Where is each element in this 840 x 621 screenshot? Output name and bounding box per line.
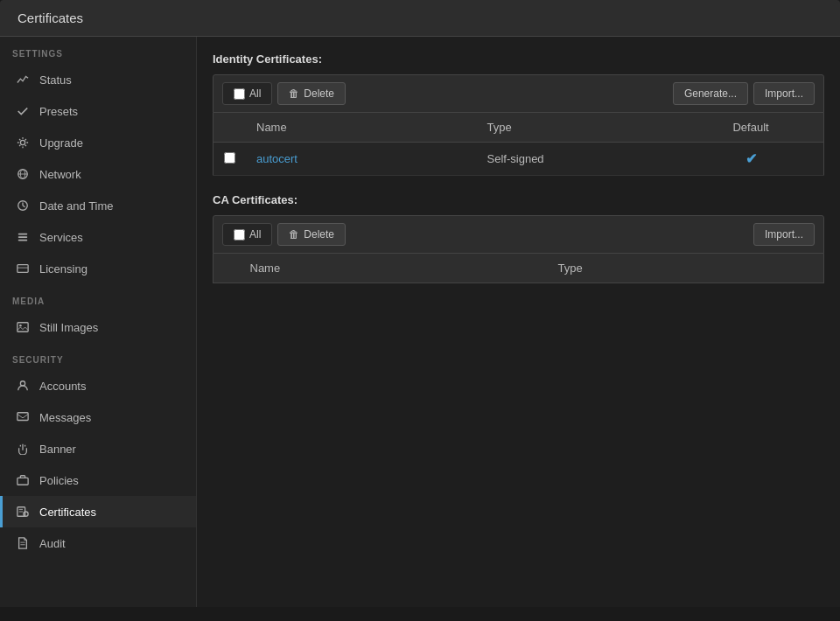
message-icon xyxy=(15,409,31,425)
ca-trash-icon: 🗑 xyxy=(289,228,299,241)
ca-import-label: Import... xyxy=(765,228,803,241)
identity-col-type: Type xyxy=(477,113,679,143)
identity-import-label: Import... xyxy=(765,87,803,100)
identity-delete-label: Delete xyxy=(304,87,334,100)
ca-delete-button[interactable]: 🗑 Delete xyxy=(277,223,346,246)
ca-certs-toolbar: All 🗑 Delete Import... xyxy=(213,215,824,254)
identity-col-check xyxy=(214,113,247,143)
sidebar-label-presets: Presets xyxy=(39,105,78,118)
ca-table-header-row: Name Type xyxy=(214,254,824,283)
sidebar-item-licensing[interactable]: Licensing xyxy=(0,253,196,284)
svg-point-0 xyxy=(20,140,24,144)
main-content: Identity Certificates: All 🗑 Delete Gene… xyxy=(197,37,840,607)
svg-rect-15 xyxy=(18,413,28,421)
sidebar-label-network: Network xyxy=(39,168,81,181)
identity-certs-title: Identity Certificates: xyxy=(213,52,824,66)
ca-all-button[interactable]: All xyxy=(222,223,272,246)
default-checkmark: ✔ xyxy=(746,151,757,166)
briefcase-icon xyxy=(15,472,31,488)
ca-import-button[interactable]: Import... xyxy=(753,223,815,246)
sidebar-section-security: SECURITY xyxy=(0,343,196,370)
identity-row-checkbox[interactable] xyxy=(224,152,235,164)
svg-rect-7 xyxy=(18,234,28,235)
sidebar-label-messages: Messages xyxy=(39,411,91,424)
ca-col-type: Type xyxy=(547,254,823,283)
sidebar-item-policies[interactable]: Policies xyxy=(0,464,196,496)
ca-certs-title: CA Certificates: xyxy=(213,193,824,206)
ca-col-name: Name xyxy=(240,254,548,283)
check-icon xyxy=(15,103,31,119)
svg-point-13 xyxy=(19,324,22,327)
identity-row-name: autocert xyxy=(246,143,477,176)
sidebar-item-upgrade[interactable]: Upgrade xyxy=(0,127,196,158)
doc-icon xyxy=(15,535,31,551)
ca-all-checkbox[interactable] xyxy=(234,229,245,241)
identity-import-button[interactable]: Import... xyxy=(753,82,815,105)
identity-generate-label: Generate... xyxy=(684,87,737,100)
globe-icon xyxy=(15,166,31,182)
sidebar-label-accounts: Accounts xyxy=(39,380,86,393)
identity-row-type: Self-signed xyxy=(477,143,679,176)
sidebar-section-media: MEDIA xyxy=(0,284,196,311)
identity-row-default: ✔ xyxy=(678,143,823,176)
trash-icon: 🗑 xyxy=(289,87,299,100)
gear-icon xyxy=(15,135,31,150)
autocert-link[interactable]: autocert xyxy=(256,152,298,165)
identity-col-default: Default xyxy=(678,113,823,143)
wrench-icon xyxy=(15,229,31,245)
identity-delete-button[interactable]: 🗑 Delete xyxy=(277,82,346,105)
sidebar-label-datetime: Date and Time xyxy=(39,199,114,213)
sidebar-item-audit[interactable]: Audit xyxy=(0,527,196,559)
sidebar-label-services: Services xyxy=(39,231,83,244)
sidebar-item-presets[interactable]: Presets xyxy=(0,95,196,127)
sidebar-label-status: Status xyxy=(39,73,72,87)
sidebar-label-upgrade: Upgrade xyxy=(39,136,83,150)
sidebar-item-datetime[interactable]: Date and Time xyxy=(0,190,196,221)
svg-rect-9 xyxy=(18,240,28,241)
identity-table-header-row: Name Type Default xyxy=(214,113,824,143)
chart-icon xyxy=(15,72,31,87)
sidebar-item-status[interactable]: Status xyxy=(0,64,196,95)
sidebar-item-network[interactable]: Network xyxy=(0,158,196,190)
identity-all-label: All xyxy=(249,87,261,100)
ca-certs-table: Name Type xyxy=(213,254,824,283)
hand-icon xyxy=(15,441,31,457)
cert-icon xyxy=(15,504,31,520)
table-row: autocert Self-signed ✔ xyxy=(214,143,824,176)
svg-rect-12 xyxy=(18,323,28,332)
sidebar-item-banner[interactable]: Banner xyxy=(0,433,196,464)
sidebar-item-certificates[interactable]: Certificates xyxy=(0,496,196,527)
ca-col-check xyxy=(214,254,240,283)
person-icon xyxy=(15,378,31,394)
svg-rect-10 xyxy=(18,265,28,273)
clock-icon xyxy=(15,198,31,213)
ca-delete-label: Delete xyxy=(304,228,334,241)
image-icon xyxy=(15,319,31,335)
sidebar-item-messages[interactable]: Messages xyxy=(0,401,196,433)
sidebar-label-still-images: Still Images xyxy=(39,321,98,334)
identity-all-button[interactable]: All xyxy=(222,82,272,105)
sidebar-label-licensing: Licensing xyxy=(39,262,88,276)
sidebar-section-settings: SETTINGS xyxy=(0,37,196,64)
identity-generate-button[interactable]: Generate... xyxy=(673,82,748,105)
svg-line-6 xyxy=(23,206,25,207)
sidebar-label-banner: Banner xyxy=(39,443,76,456)
identity-row-checkbox-cell xyxy=(214,143,247,176)
svg-point-18 xyxy=(24,512,28,516)
sidebar-label-certificates: Certificates xyxy=(39,506,96,519)
svg-rect-8 xyxy=(18,236,28,238)
sidebar-item-services[interactable]: Services xyxy=(0,221,196,253)
identity-certs-toolbar: All 🗑 Delete Generate... Import... xyxy=(213,74,824,113)
svg-point-14 xyxy=(20,381,24,386)
page-title: Certificates xyxy=(18,10,822,25)
sidebar-label-policies: Policies xyxy=(39,474,79,487)
card-icon xyxy=(15,261,31,276)
identity-col-name: Name xyxy=(246,113,477,143)
svg-rect-16 xyxy=(18,478,28,485)
title-bar: Certificates xyxy=(0,0,840,37)
identity-certs-table: Name Type Default autocert Self-signed ✔ xyxy=(213,113,824,176)
identity-all-checkbox[interactable] xyxy=(234,88,245,100)
sidebar: SETTINGS Status Presets Upgrade Network xyxy=(0,37,197,607)
sidebar-item-accounts[interactable]: Accounts xyxy=(0,370,196,401)
sidebar-item-still-images[interactable]: Still Images xyxy=(0,311,196,343)
